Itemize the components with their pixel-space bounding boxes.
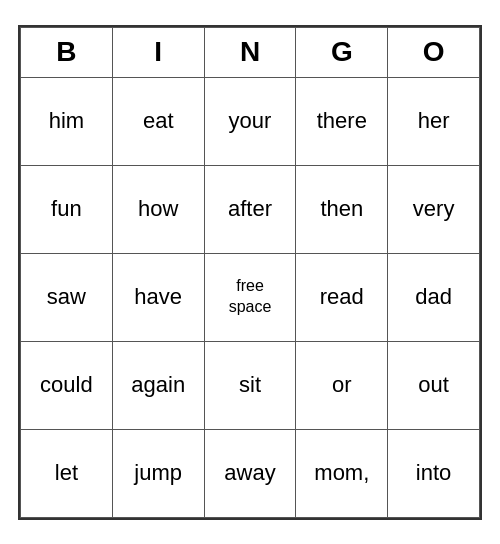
cell-r0-c4: her (388, 77, 480, 165)
cell-r0-c1: eat (112, 77, 204, 165)
table-row: funhowafterthenvery (21, 165, 480, 253)
cell-r2-c4: dad (388, 253, 480, 341)
table-row: himeatyourthereher (21, 77, 480, 165)
cell-r0-c0: him (21, 77, 113, 165)
header-row: B I N G O (21, 27, 480, 77)
col-o: O (388, 27, 480, 77)
cell-r3-c3: or (296, 341, 388, 429)
cell-r4-c1: jump (112, 429, 204, 517)
cell-r0-c2: your (204, 77, 296, 165)
bingo-card: B I N G O himeatyourthereherfunhowaftert… (18, 25, 482, 520)
cell-r3-c4: out (388, 341, 480, 429)
col-g: G (296, 27, 388, 77)
cell-r4-c2: away (204, 429, 296, 517)
col-i: I (112, 27, 204, 77)
cell-r1-c4: very (388, 165, 480, 253)
cell-r4-c0: let (21, 429, 113, 517)
cell-r1-c2: after (204, 165, 296, 253)
table-row: sawhavefreespacereaddad (21, 253, 480, 341)
cell-r3-c2: sit (204, 341, 296, 429)
cell-r1-c0: fun (21, 165, 113, 253)
cell-r2-c0: saw (21, 253, 113, 341)
cell-r2-c2: freespace (204, 253, 296, 341)
table-row: couldagainsitorout (21, 341, 480, 429)
cell-r3-c1: again (112, 341, 204, 429)
cell-r3-c0: could (21, 341, 113, 429)
cell-r0-c3: there (296, 77, 388, 165)
table-row: letjumpawaymom,into (21, 429, 480, 517)
bingo-table: B I N G O himeatyourthereherfunhowaftert… (20, 27, 480, 518)
bingo-body: himeatyourthereherfunhowafterthenverysaw… (21, 77, 480, 517)
cell-r2-c3: read (296, 253, 388, 341)
cell-r2-c1: have (112, 253, 204, 341)
cell-r1-c1: how (112, 165, 204, 253)
cell-r1-c3: then (296, 165, 388, 253)
cell-r4-c4: into (388, 429, 480, 517)
cell-r4-c3: mom, (296, 429, 388, 517)
col-b: B (21, 27, 113, 77)
col-n: N (204, 27, 296, 77)
